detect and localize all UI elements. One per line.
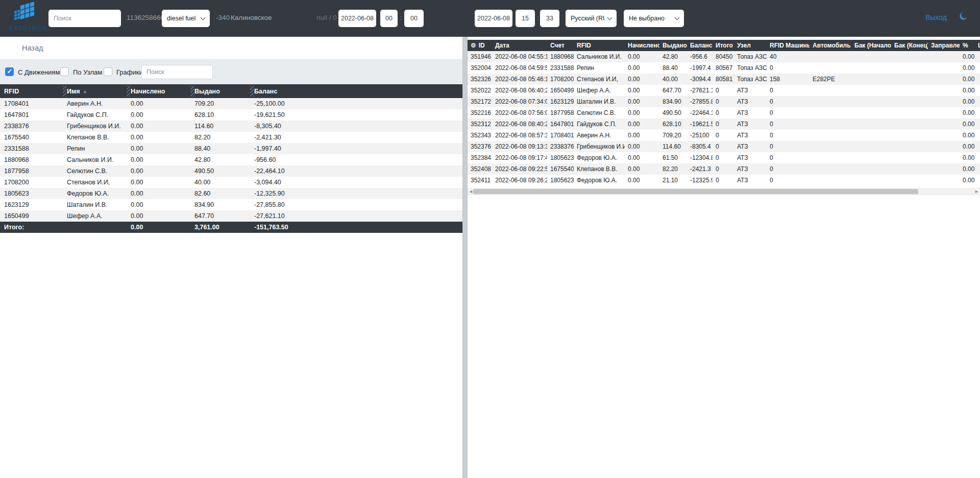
table-row[interactable]: 1647801Гайдуков С.П.0.00628.10-19,621.50 xyxy=(0,109,462,121)
cell: 2022-06-08 06:40:25 xyxy=(492,85,547,96)
cell: 1708200 xyxy=(0,177,63,188)
column-header-balance[interactable]: Баланс xyxy=(687,40,713,51)
column-header-tank-end[interactable]: Бак (Конец) xyxy=(891,40,928,51)
cell: 0 xyxy=(713,85,734,96)
table-search-input[interactable] xyxy=(141,65,213,79)
gear-icon[interactable]: ⚙ xyxy=(471,42,476,49)
cell: 40.00 xyxy=(659,74,687,85)
cell: 0.00 xyxy=(127,98,190,109)
column-header-vehicle-rfid[interactable]: RFID Машины xyxy=(767,40,810,51)
date-to-input[interactable] xyxy=(475,10,512,27)
cell: 0 xyxy=(713,175,734,186)
scroll-right-icon[interactable]: ► xyxy=(974,189,979,194)
time-to-colon: : xyxy=(537,14,539,21)
language-select[interactable]: Русский (RU) xyxy=(566,10,617,27)
cell: Грибенщиков И.И. xyxy=(63,121,127,132)
table-row[interactable]: 3520042022-06-08 04:59:542331588Репин0.0… xyxy=(468,62,980,74)
column-header-balance[interactable]: Баланс xyxy=(250,84,462,98)
cell: Аверин А.Н. xyxy=(574,130,625,141)
fuel-balance: -340 xyxy=(216,14,230,21)
table-row[interactable]: 2338376Грибенщиков И.И.0.00114.60-8,305.… xyxy=(0,121,462,132)
table-row[interactable]: 3523432022-06-08 08:57:361708401Аверин А… xyxy=(468,130,980,141)
column-header-accrued[interactable]: Начислено xyxy=(127,84,190,98)
cell: 1623129 xyxy=(0,199,63,210)
column-header-vehicle[interactable]: Автомобиль xyxy=(810,40,851,51)
table-row[interactable]: 1708401Аверин А.Н.0.00709.20-25,100.00 xyxy=(0,98,462,109)
cell: 0 xyxy=(713,152,734,163)
column-header-issued[interactable]: Выдано xyxy=(190,84,250,98)
cell: 352408 xyxy=(468,163,492,175)
scroll-left-icon[interactable]: ◄ xyxy=(469,189,473,194)
table-row[interactable]: 3521722022-06-08 07:34:071623129Шаталин … xyxy=(468,96,980,107)
node-select[interactable]: Не выбрано xyxy=(624,10,684,27)
column-header-name[interactable]: Имя▲ xyxy=(63,84,127,98)
cell: 0 xyxy=(767,141,810,152)
cell: 1675540 xyxy=(0,132,63,143)
column-header-issued[interactable]: Выдано xyxy=(659,40,687,51)
column-header-tank-start[interactable]: Бак (Начало) xyxy=(851,40,891,51)
table-row[interactable]: 1880968Сальников И.И.0.0042.80-956.60 xyxy=(0,154,462,165)
cell: 0.00 xyxy=(127,121,190,132)
table-row[interactable]: 3523262022-06-08 05:46:181708200Степанов… xyxy=(468,74,980,85)
cell: 0.00 xyxy=(625,74,659,85)
column-header-rfid-name[interactable]: RFID xyxy=(574,40,625,51)
table-row[interactable]: 3524082022-06-08 09:22:511675540Клепанов… xyxy=(468,163,980,175)
accounts-panel: Назад С Движениями По Узлам Графики RFID… xyxy=(0,37,462,478)
cell xyxy=(851,107,891,118)
column-header-node[interactable]: Узел xyxy=(734,40,767,51)
charts-checkbox[interactable] xyxy=(104,67,112,76)
column-header-account[interactable]: Счет xyxy=(547,40,574,51)
table-row[interactable]: 1708200Степанов И.И,0.0040.00-3,094.40 xyxy=(0,177,462,188)
cell xyxy=(810,85,851,96)
column-header-id[interactable]: ⚙ID xyxy=(468,40,492,51)
column-header-price[interactable]: Ц xyxy=(975,40,980,51)
horizontal-scrollbar[interactable]: ◄ ► xyxy=(468,188,980,195)
cell xyxy=(851,51,891,62)
cell xyxy=(810,51,851,62)
time-from-minute-input[interactable] xyxy=(404,10,424,27)
time-to-minute-input[interactable] xyxy=(540,10,559,27)
table-row[interactable]: 1877958Селютин С.В.0.00490.50-22,464.10 xyxy=(0,165,462,177)
table-row[interactable]: 3523842022-06-08 09:17:461805623Федоров … xyxy=(468,152,980,163)
column-header-percent[interactable]: % xyxy=(960,40,975,51)
table-row[interactable]: 2331588Репин0.0088.40-1,997.40 xyxy=(0,143,462,154)
by-nodes-checkbox[interactable] xyxy=(60,67,69,76)
logout-link[interactable]: Выход xyxy=(925,13,947,21)
cell: 2022-06-08 09:13:36 xyxy=(492,141,547,152)
table-row[interactable]: 3519462022-06-08 04:55:121880968Сальнико… xyxy=(468,51,980,62)
cell: Репин xyxy=(63,143,127,154)
table-row[interactable]: 3524112022-06-08 09:26:211805623Федоров … xyxy=(468,175,980,186)
cell xyxy=(975,118,980,130)
cell: 352343 xyxy=(468,130,492,141)
with-movements-checkbox[interactable] xyxy=(5,67,14,76)
fuel-select[interactable]: diesel fuel xyxy=(162,10,210,27)
back-button[interactable]: Назад xyxy=(22,44,43,52)
cell xyxy=(891,107,928,118)
table-row[interactable]: 3523122022-06-08 08:40:241647801Гайдуков… xyxy=(468,118,980,130)
cell xyxy=(851,163,891,175)
table-row[interactable]: 1675540Клепанов В.В.0.0082.20-2,421.30 xyxy=(0,132,462,143)
scrollbar-thumb[interactable] xyxy=(473,189,918,194)
column-header-accrued[interactable]: Начислено xyxy=(625,40,659,51)
table-row[interactable]: 3520222022-06-08 06:40:251650499Шефер А.… xyxy=(468,85,980,96)
sort-asc-icon: ▲ xyxy=(83,89,87,94)
moon-icon[interactable] xyxy=(959,11,968,21)
panel-splitter[interactable] xyxy=(462,37,468,478)
cell: 351946 xyxy=(468,51,492,62)
column-header-fueled[interactable]: Заправлено xyxy=(928,40,960,51)
time-to-hour-input[interactable] xyxy=(516,10,535,27)
cell: 0.00 xyxy=(625,175,659,186)
global-search-input[interactable] xyxy=(48,10,121,27)
time-from-hour-input[interactable] xyxy=(380,10,398,27)
totals-label: Итого: xyxy=(0,222,63,233)
table-row[interactable]: 3523762022-06-08 09:13:362338376Грибенщи… xyxy=(468,141,980,152)
table-row[interactable]: 1805623Федоров Ю.А.0.0082.60-12,325.90 xyxy=(0,188,462,199)
cell: Шефер А.А. xyxy=(574,85,625,96)
column-header-date[interactable]: Дата xyxy=(492,40,547,51)
table-row[interactable]: 3522162022-06-08 07:56:071877958Селютин … xyxy=(468,107,980,118)
table-row[interactable]: 1623129Шаталин И.В.0.00834.90-27,855.80 xyxy=(0,199,462,210)
date-from-input[interactable] xyxy=(338,10,376,27)
column-header-total[interactable]: Итого xyxy=(713,40,734,51)
table-row[interactable]: 1650499Шефер А.А.0.00647.70-27,621.10 xyxy=(0,210,462,222)
column-header-rfid[interactable]: RFID xyxy=(0,84,63,98)
